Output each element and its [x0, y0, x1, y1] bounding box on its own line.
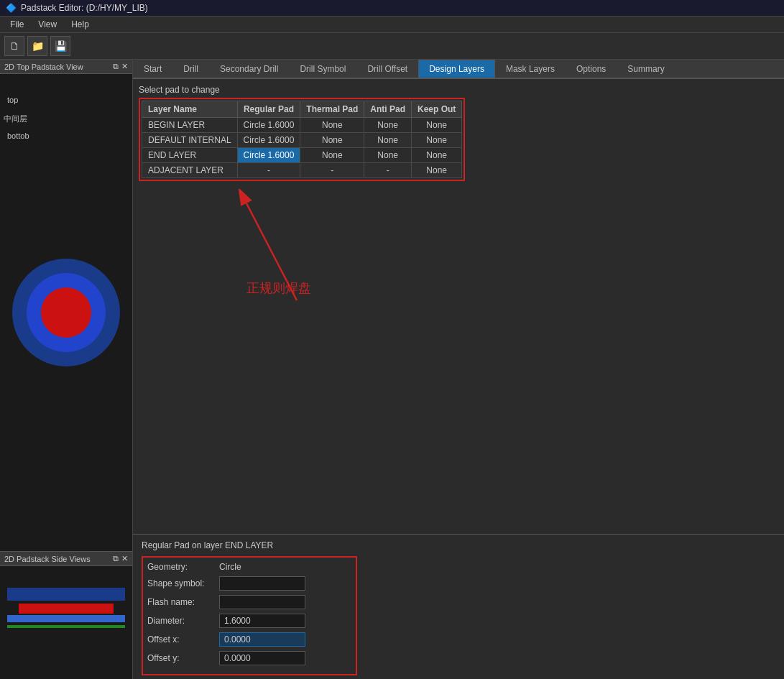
table-row[interactable]: ADJACENT LAYER - - - None — [142, 163, 462, 178]
tab-design-layers[interactable]: Design Layers — [418, 60, 495, 78]
anti-adjacent: - — [364, 163, 412, 178]
side-view-resize[interactable]: ⧉ — [113, 554, 119, 563]
tab-options[interactable]: Options — [566, 60, 617, 78]
input-shape[interactable] — [219, 576, 305, 591]
circle-middle — [27, 273, 106, 352]
top-view-content: top 中间层 bottob — [0, 74, 132, 551]
col-keepout: Keep Out — [412, 101, 462, 118]
top-view-title: 2D Top Padstack View — [4, 63, 83, 71]
menu-help[interactable]: Help — [64, 18, 96, 31]
label-top: top — [7, 96, 18, 104]
tab-drill-symbol[interactable]: Drill Symbol — [289, 60, 356, 78]
tab-summary[interactable]: Summary — [617, 60, 675, 78]
circle-outer — [12, 259, 120, 366]
side-view-title: 2D Padstack Side Views — [4, 555, 91, 563]
side-bar-top — [7, 588, 125, 601]
thermal-begin: None — [300, 118, 364, 133]
save-button[interactable]: 💾 — [50, 36, 70, 56]
toolbar: 🗋 📁 💾 — [0, 33, 784, 60]
side-bar-blue2 — [7, 615, 125, 622]
tab-drill[interactable]: Drill — [172, 60, 209, 78]
side-bar-container — [7, 588, 125, 628]
tab-secondary-drill[interactable]: Secondary Drill — [209, 60, 289, 78]
left-panel: 2D Top Padstack View ⧉ ✕ top 中间层 bottob … — [0, 60, 133, 679]
regular-adjacent[interactable]: - — [237, 163, 300, 178]
anti-end: None — [364, 148, 412, 163]
col-regular: Regular Pad — [237, 101, 300, 118]
circle-inner — [41, 287, 91, 338]
label-bot: bottob — [7, 131, 29, 140]
pad-section: Select pad to change Layer Name Regular … — [139, 85, 778, 183]
form-annotation-box: Geometry: Circle Shape symbol: Flash nam… — [142, 556, 357, 675]
label-diameter: Diameter: — [147, 616, 219, 626]
open-button[interactable]: 📁 — [27, 36, 47, 56]
section-title: Select pad to change — [139, 85, 778, 95]
layer-name-default: DEFAULT INTERNAL — [142, 133, 238, 148]
col-thermal: Thermal Pad — [300, 101, 364, 118]
tab-start[interactable]: Start — [133, 60, 172, 78]
input-flash[interactable] — [219, 595, 305, 609]
regular-default[interactable]: Circle 1.6000 — [237, 133, 300, 148]
label-offsetx: Offset x: — [147, 634, 219, 645]
layer-name-end: END LAYER — [142, 148, 238, 163]
keepout-begin: None — [412, 118, 462, 133]
label-offsety: Offset y: — [147, 653, 219, 663]
layer-name-begin: BEGIN LAYER — [142, 118, 238, 133]
regular-begin[interactable]: Circle 1.6000 — [237, 118, 300, 133]
table-row[interactable]: BEGIN LAYER Circle 1.6000 None None None — [142, 118, 462, 133]
side-view-content — [0, 566, 132, 679]
tab-bar: Start Drill Secondary Drill Drill Symbol… — [133, 60, 784, 79]
top-view-header: 2D Top Padstack View ⧉ ✕ — [0, 60, 132, 74]
menu-view[interactable]: View — [31, 18, 64, 31]
tab-drill-offset[interactable]: Drill Offset — [356, 60, 418, 78]
label-flash: Flash name: — [147, 597, 219, 607]
side-view-controls: ⧉ ✕ — [113, 554, 128, 563]
side-bar-red — [19, 604, 113, 614]
input-offsety[interactable] — [219, 651, 305, 665]
form-row-flash: Flash name: — [147, 595, 351, 609]
label-mid: 中间层 — [4, 114, 27, 124]
menu-file[interactable]: File — [3, 18, 31, 31]
input-offsetx[interactable] — [219, 632, 305, 647]
thermal-adjacent: - — [300, 163, 364, 178]
col-anti: Anti Pad — [364, 101, 412, 118]
top-view-resize[interactable]: ⧉ — [113, 62, 119, 71]
form-row-geometry: Geometry: Circle — [147, 562, 351, 572]
bottom-title: Regular Pad on layer END LAYER — [142, 540, 775, 550]
keepout-default: None — [412, 133, 462, 148]
input-diameter[interactable] — [219, 614, 305, 628]
top-view-controls: ⧉ ✕ — [113, 62, 128, 71]
top-view-close[interactable]: ✕ — [121, 62, 128, 71]
form-row-shape: Shape symbol: — [147, 576, 351, 591]
side-bar-green — [7, 625, 125, 628]
col-layer: Layer Name — [142, 101, 238, 118]
menu-bar: File View Help — [0, 17, 784, 33]
annotation-area: 正规则焊盘 — [139, 189, 778, 304]
title-bar-text: Padstack Editor: (D:/HY/MY_LIB) — [21, 3, 148, 13]
label-shape: Shape symbol: — [147, 578, 219, 588]
pad-table: Layer Name Regular Pad Thermal Pad Anti … — [142, 101, 462, 178]
table-annotation-box: Layer Name Regular Pad Thermal Pad Anti … — [139, 98, 465, 181]
content-area: Select pad to change Layer Name Regular … — [133, 79, 784, 534]
table-row[interactable]: DEFAULT INTERNAL Circle 1.6000 None None… — [142, 133, 462, 148]
form-row-offsety: Offset y: — [147, 651, 351, 665]
form-row-offsetx: Offset x: — [147, 632, 351, 647]
anti-default: None — [364, 133, 412, 148]
new-button[interactable]: 🗋 — [4, 36, 24, 56]
anti-begin: None — [364, 118, 412, 133]
keepout-adjacent: None — [412, 163, 462, 178]
thermal-end: None — [300, 148, 364, 163]
table-row-end[interactable]: END LAYER Circle 1.6000 None None None — [142, 148, 462, 163]
side-view-header: 2D Padstack Side Views ⧉ ✕ — [0, 551, 132, 566]
tab-mask-layers[interactable]: Mask Layers — [495, 60, 566, 78]
keepout-end: None — [412, 148, 462, 163]
side-view-close[interactable]: ✕ — [121, 554, 128, 563]
annotation-text: 正规则焊盘 — [246, 280, 311, 297]
title-bar: 🔷 Padstack Editor: (D:/HY/MY_LIB) — [0, 0, 784, 17]
regular-end[interactable]: Circle 1.6000 — [237, 148, 300, 163]
main-layout: 2D Top Padstack View ⧉ ✕ top 中间层 bottob … — [0, 60, 784, 679]
label-geometry: Geometry: — [147, 562, 219, 572]
title-bar-icon: 🔷 — [6, 3, 17, 13]
form-row-diameter: Diameter: — [147, 614, 351, 628]
thermal-default: None — [300, 133, 364, 148]
